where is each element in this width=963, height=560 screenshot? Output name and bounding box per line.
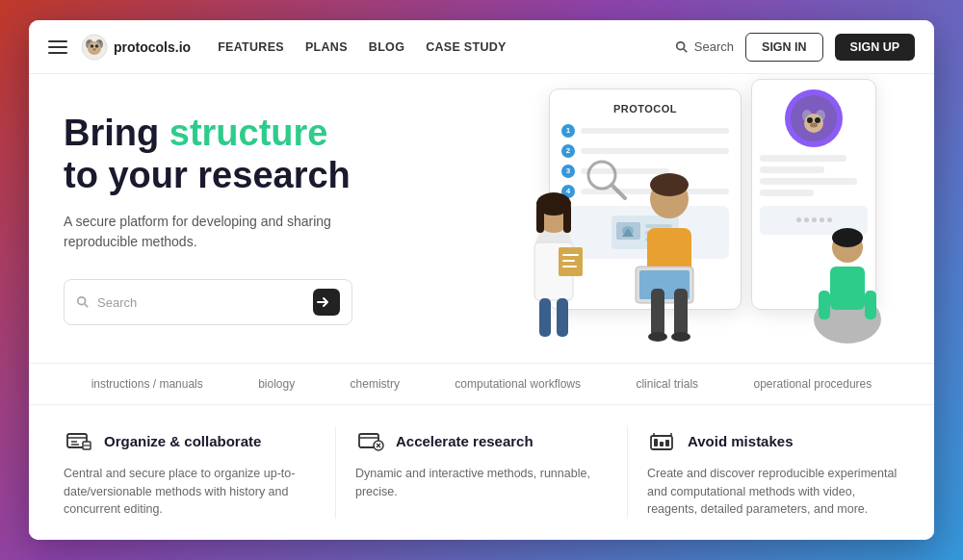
avatar [785, 89, 843, 147]
categories-bar: instructions / manuals biology chemistry… [29, 363, 934, 405]
feature-organize-title: Organize & collaborate [104, 433, 261, 449]
magnifier-icon [583, 156, 631, 204]
hero-title-highlight: structure [169, 113, 328, 153]
hamburger-menu[interactable] [48, 40, 67, 54]
step-line [581, 128, 729, 134]
logo-text: protocols.io [114, 39, 191, 55]
hero-title-plain: Bring [64, 113, 169, 153]
hero-subtitle: A secure platform for developing and sha… [64, 212, 391, 252]
category-clinical-trials[interactable]: clinical trials [636, 377, 698, 391]
feature-accelerate-header: Accelerate research [355, 426, 608, 457]
nav-features[interactable]: FEATURES [218, 40, 284, 54]
category-biology[interactable]: biology [258, 377, 295, 391]
step-number: 3 [561, 165, 575, 178]
nav-case-study[interactable]: CASE STUDY [426, 40, 507, 54]
raccoon-avatar-svg [790, 94, 838, 142]
feature-avoid-title: Avoid mistakes [688, 433, 794, 449]
svg-rect-43 [651, 289, 664, 337]
svg-point-39 [650, 173, 689, 196]
hero-title-rest: to your research [64, 155, 351, 195]
nav-search[interactable]: Search [675, 39, 734, 54]
panel-dot [804, 217, 809, 222]
illustration-container: PROTOCOL 1 2 3 [520, 79, 886, 358]
svg-rect-67 [654, 439, 658, 446]
feature-divider-1 [335, 426, 336, 519]
svg-rect-30 [563, 204, 571, 233]
svg-point-6 [95, 44, 99, 48]
feature-avoid-desc: Create and discover reproducible experim… [647, 465, 899, 519]
svg-rect-36 [539, 298, 551, 337]
person-left-svg [510, 185, 597, 358]
svg-point-25 [810, 122, 818, 127]
search-label: Search [694, 39, 734, 54]
step-number: 2 [561, 144, 575, 158]
feature-accelerate-desc: Dynamic and interactive methods, runnabl… [355, 465, 608, 501]
nav-blog[interactable]: BLOG [369, 40, 404, 54]
panel-line [760, 190, 814, 196]
step-number: 1 [561, 124, 575, 138]
svg-rect-69 [665, 440, 669, 446]
hero-search-icon [76, 295, 90, 309]
arrow-right-icon [316, 295, 329, 309]
features-bar: Organize & collaborate Central and secur… [29, 405, 934, 540]
protocol-card-label: PROTOCOL [561, 103, 729, 115]
svg-line-54 [612, 185, 625, 198]
feature-avoid-mistakes: Avoid mistakes Create and discover repro… [647, 426, 899, 519]
svg-rect-34 [562, 260, 575, 262]
svg-point-46 [671, 332, 690, 342]
feature-organize: Organize & collaborate Central and secur… [64, 426, 316, 519]
svg-point-10 [78, 297, 86, 305]
feature-organize-header: Organize & collaborate [64, 426, 316, 457]
nav-plans[interactable]: PLANS [305, 40, 348, 54]
svg-point-23 [807, 117, 813, 123]
search-icon [675, 40, 689, 54]
mistakes-svg [649, 428, 676, 455]
hero-search-input[interactable]: Search [97, 295, 313, 310]
feature-accelerate-title: Accelerate research [396, 433, 534, 449]
svg-rect-37 [557, 298, 568, 337]
feature-accelerate: Accelerate research Dynamic and interact… [355, 426, 608, 519]
organize-svg [65, 428, 92, 455]
category-instructions-manuals[interactable]: instructions / manuals [91, 377, 203, 391]
step-line [581, 148, 729, 154]
svg-point-49 [832, 228, 863, 247]
hero-section: Bring structure to your research A secur… [29, 74, 472, 363]
hero-search-submit[interactable] [313, 289, 340, 316]
feature-avoid-header: Avoid mistakes [647, 426, 899, 457]
logo-icon [81, 34, 108, 61]
protocol-step-1: 1 [561, 124, 729, 138]
organize-icon [64, 426, 94, 457]
svg-line-11 [85, 304, 89, 308]
category-chemistry[interactable]: chemistry [351, 377, 400, 391]
logo[interactable]: protocols.io [81, 34, 191, 61]
panel-line [760, 155, 846, 162]
hero-search-bar[interactable]: Search [64, 279, 352, 325]
panel-line [760, 178, 857, 185]
feature-organize-desc: Central and secure place to organize up-… [64, 465, 316, 519]
category-operational-procedures[interactable]: operational procedures [754, 377, 872, 391]
signin-button[interactable]: SIGN IN [745, 33, 823, 62]
signup-button[interactable]: SIGN UP [835, 34, 915, 61]
nav-links: FEATURES PLANS BLOG CASE STUDY [218, 40, 507, 54]
accelerate-icon [355, 426, 386, 457]
svg-point-24 [815, 117, 820, 123]
svg-rect-35 [562, 266, 577, 267]
svg-rect-68 [660, 442, 664, 446]
svg-point-7 [92, 48, 96, 50]
mistakes-icon [647, 426, 678, 457]
svg-rect-44 [674, 289, 688, 337]
panel-line [760, 166, 824, 173]
side-panel-lines [760, 155, 868, 196]
svg-rect-52 [865, 291, 876, 319]
svg-rect-50 [830, 267, 865, 310]
svg-point-5 [91, 44, 94, 48]
svg-rect-51 [819, 291, 830, 319]
svg-rect-33 [562, 254, 579, 256]
category-computational-workflows[interactable]: computational workflows [455, 377, 581, 391]
person-center-svg [626, 165, 713, 358]
main-content: Bring structure to your research A secur… [29, 74, 934, 363]
svg-line-9 [684, 48, 688, 52]
navbar: protocols.io FEATURES PLANS BLOG CASE ST… [29, 20, 934, 74]
hero-illustration: PROTOCOL 1 2 3 [472, 74, 934, 363]
svg-point-8 [677, 41, 685, 49]
